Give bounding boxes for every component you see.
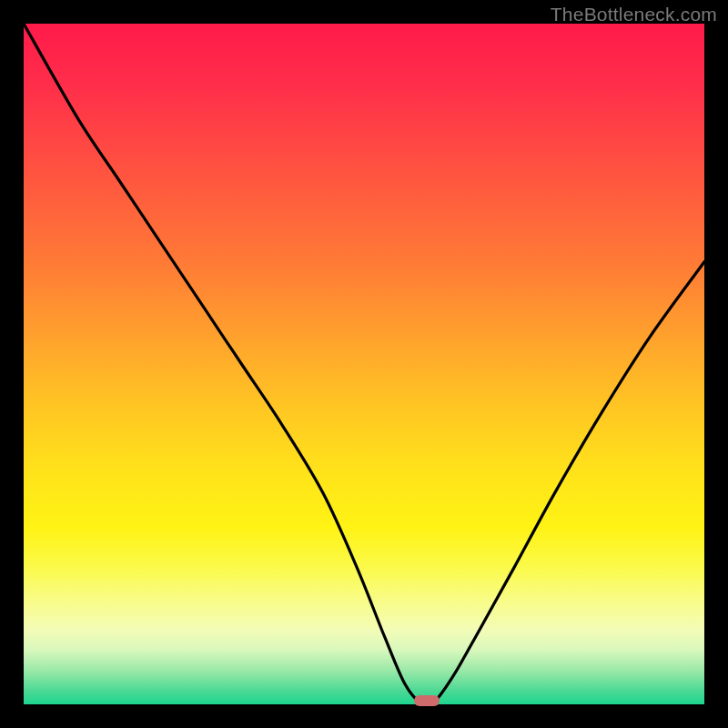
watermark-text: TheBottleneck.com [551, 4, 717, 25]
plot-area [24, 24, 704, 704]
chart-frame: TheBottleneck.com [0, 0, 728, 728]
min-marker [414, 695, 440, 706]
bottleneck-curve [24, 24, 704, 704]
